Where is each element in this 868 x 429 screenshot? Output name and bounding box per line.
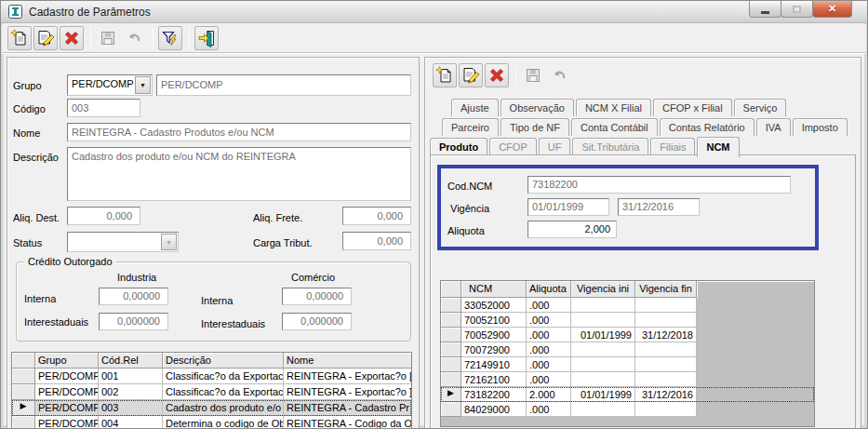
cell-descricao[interactable]: Classificac?o da Exportac? [163, 369, 284, 384]
cell-vigencia-ini[interactable] [571, 313, 635, 328]
tab-imposto[interactable]: Imposto [793, 118, 848, 136]
tab-iva[interactable]: IVA [756, 118, 791, 136]
cell-aliquota[interactable]: .000 [527, 298, 571, 313]
cell-nome[interactable]: REINTEGRA - Exportac?o [ [284, 369, 412, 384]
cell-ncm[interactable]: 72162100 [461, 372, 527, 387]
cell-vigencia-ini[interactable]: 01/01/1999 [571, 387, 635, 402]
vigencia-ini-field[interactable]: 01/01/1999 [527, 198, 609, 216]
cell-aliquota[interactable]: .000 [527, 313, 571, 328]
tab-uf[interactable]: UF [539, 138, 571, 155]
column-header[interactable]: Aliquota [527, 281, 571, 298]
grupo-name-field[interactable]: PER/DCOMP [156, 74, 411, 96]
cell-vigencia-fin[interactable]: 31/12/2018 [635, 328, 697, 342]
cell-vigencia-ini[interactable]: 01/01/1999 [571, 328, 635, 342]
cell-ncm[interactable]: 72149910 [461, 357, 527, 372]
table-row-selected[interactable]: ▶ PER/DCOMP 003 Cadastro dos produto e/o… [12, 400, 411, 416]
detail-edit-button[interactable] [459, 63, 483, 87]
cell-aliquota[interactable]: .000 [527, 402, 571, 417]
table-row[interactable]: PER/DCOMP 004 Determina o codigo de Obs … [12, 416, 411, 429]
vigencia-fim-field[interactable]: 31/12/2016 [618, 198, 700, 216]
table-row-selected[interactable]: ▶ 73182200 2.000 01/01/1999 31/12/2016 [441, 387, 814, 402]
cell-ncm[interactable]: 70052100 [461, 313, 527, 328]
chevron-down-icon[interactable]: ▼ [135, 76, 151, 94]
maximize-button[interactable] [781, 1, 813, 18]
exit-button[interactable] [194, 26, 219, 50]
tab-cfop[interactable]: CFOP [489, 138, 537, 155]
column-header[interactable]: Grupo [35, 353, 99, 369]
cod-ncm-field[interactable]: 73182200 [527, 176, 791, 194]
tab-contas-relatorio[interactable]: Contas Relatório [660, 118, 754, 136]
tab-cfop-x-filial[interactable]: CFOP x Filial [653, 99, 732, 116]
cell-ncm[interactable]: 70072900 [461, 342, 527, 357]
tab-ncm[interactable]: NCM [697, 137, 739, 157]
detail-undo-button[interactable] [547, 63, 571, 87]
table-row[interactable]: 72149910 .000 [441, 357, 814, 372]
cell-vigencia-ini[interactable] [571, 298, 635, 313]
cell-vigencia-fin[interactable] [635, 342, 697, 357]
undo-button[interactable] [122, 26, 146, 50]
nome-field[interactable]: REINTEGRA - Cadastro Produtos e/ou NCM [67, 123, 411, 141]
tab-parceiro[interactable]: Parceiro [442, 118, 499, 136]
cell-ncm[interactable]: 70052900 [461, 328, 527, 342]
tab-servico[interactable]: Serviço [734, 99, 787, 116]
new-button[interactable] [7, 26, 32, 50]
cell-vigencia-fin[interactable] [635, 372, 697, 387]
grupo-combobox[interactable]: PER/DCOMP ▼ [67, 74, 153, 96]
tab-observacao[interactable]: Observação [501, 99, 574, 116]
cell-vigencia-ini[interactable] [571, 402, 635, 417]
cell-nome[interactable]: REINTEGRA - Codigo da O [284, 416, 412, 429]
cell-nome[interactable]: REINTEGRA - Cadastro Pr [284, 400, 412, 416]
close-button[interactable]: ✕ [812, 1, 852, 18]
cell-grupo[interactable]: PER/DCOMP [35, 416, 99, 429]
cell-descricao[interactable]: Classificac?o da Exportac? [163, 384, 284, 400]
cell-aliquota[interactable]: .000 [527, 342, 571, 357]
aliq-frete-field[interactable]: 0,000 [342, 207, 411, 225]
cell-aliquota[interactable]: .000 [527, 372, 571, 387]
titlebar[interactable]: Cadastro de Parâmetros ✕ [1, 1, 867, 23]
cell-aliquota[interactable]: 2.000 [527, 387, 571, 402]
table-row[interactable]: PER/DCOMP 001 Classificac?o da Exportac?… [12, 369, 411, 384]
cell-vigencia-fin[interactable] [635, 298, 697, 313]
column-header[interactable]: Nome [284, 353, 412, 369]
cell-aliquota[interactable]: .000 [527, 357, 571, 372]
cell-grupo[interactable]: PER/DCOMP [35, 384, 99, 400]
detail-new-button[interactable] [433, 63, 457, 87]
aliquota-field[interactable]: 2,000 [527, 221, 617, 238]
filter-button[interactable] [158, 26, 182, 50]
cell-cod-rel[interactable]: 004 [99, 416, 163, 429]
table-row[interactable]: 70052100 .000 [441, 313, 814, 328]
tab-sit-tributaria[interactable]: Sit.Tributária [572, 138, 648, 155]
tab-produto[interactable]: Produto [430, 138, 487, 155]
column-header[interactable]: Vigencia fin [635, 281, 697, 298]
comercio-interestaduais-field[interactable]: 0,000000 [282, 313, 352, 330]
comercio-interna-field[interactable]: 0,00000 [282, 288, 352, 305]
cell-grupo[interactable]: PER/DCOMP [35, 369, 99, 384]
column-header[interactable]: Cód.Rel [99, 353, 163, 369]
cell-descricao[interactable]: Cadastro dos produto e/o [163, 400, 284, 416]
column-header[interactable]: NCM [461, 281, 527, 298]
cell-vigencia-ini[interactable] [571, 372, 635, 387]
cell-vigencia-ini[interactable] [571, 357, 635, 372]
cell-cod-rel[interactable]: 003 [99, 400, 163, 416]
cell-ncm[interactable]: 33052000 [461, 298, 527, 313]
aliq-dest-field[interactable]: 0,000 [67, 207, 140, 225]
codigo-field[interactable]: 003 [67, 99, 140, 117]
cell-vigencia-fin[interactable] [635, 313, 697, 328]
industria-interna-field[interactable]: 0,00000 [99, 288, 168, 305]
cell-vigencia-fin[interactable] [635, 357, 697, 372]
cell-vigencia-fin[interactable] [635, 402, 697, 417]
table-row[interactable]: 33052000 .000 [441, 298, 814, 313]
tab-ncm-x-filial[interactable]: NCM X Filial [576, 99, 651, 116]
detail-save-button[interactable] [521, 63, 545, 87]
cell-vigencia-ini[interactable] [571, 342, 635, 357]
cell-aliquota[interactable]: .000 [527, 328, 571, 342]
tab-tipo-de-nf[interactable]: Tipo de NF [501, 118, 569, 136]
cell-vigencia-fin[interactable]: 31/12/2016 [635, 387, 697, 402]
table-row[interactable]: PER/DCOMP 002 Classificac?o da Exportac?… [12, 384, 411, 400]
cell-ncm[interactable]: 84029000 [461, 402, 527, 417]
save-button[interactable] [96, 26, 120, 50]
chevron-down-icon[interactable]: ▼ [161, 234, 177, 250]
tab-conta-contabil[interactable]: Conta Contábil [571, 118, 658, 136]
edit-button[interactable] [33, 26, 58, 50]
table-row[interactable]: 84029000 .000 [441, 402, 814, 417]
